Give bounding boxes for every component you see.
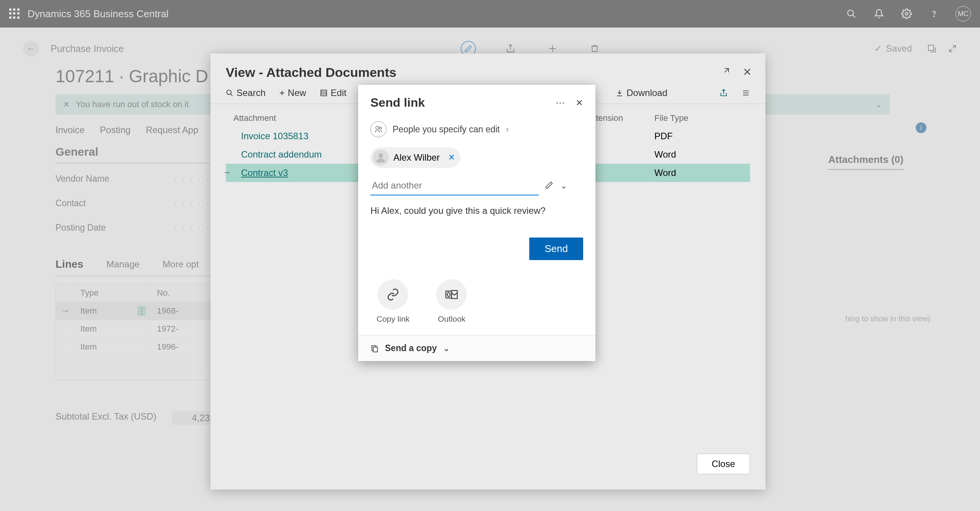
outlook-button[interactable]: Outlook: [436, 279, 467, 324]
link-icon: [378, 279, 408, 310]
edit-list-action[interactable]: Edit: [320, 88, 346, 98]
link-scope-selector[interactable]: People you specify can edit ›: [358, 114, 595, 145]
chevron-down-icon: ⌄: [443, 343, 450, 353]
svg-point-19: [378, 153, 383, 158]
copy-link-button[interactable]: Copy link: [377, 279, 409, 324]
chevron-down-icon[interactable]: ⌄: [560, 181, 567, 191]
more-icon[interactable]: ⋯: [556, 98, 565, 108]
copy-icon: [370, 344, 379, 353]
expand-icon[interactable]: [722, 66, 731, 78]
person-avatar-icon: [373, 150, 389, 166]
col-filetype: File Type: [654, 113, 731, 123]
modal2-title: Send link: [370, 96, 556, 110]
close-button[interactable]: Close: [697, 454, 750, 474]
person-chip[interactable]: Alex Wilber ✕: [370, 147, 460, 168]
share-action-icon[interactable]: [719, 89, 728, 97]
send-copy-button[interactable]: Send a copy ⌄: [358, 335, 595, 361]
message-input[interactable]: Hi Alex, could you give this a quick rev…: [358, 195, 595, 234]
modal1-title: View - Attached Documents: [210, 54, 765, 88]
svg-rect-10: [321, 90, 327, 96]
remove-person-icon[interactable]: ✕: [448, 153, 455, 163]
svg-line-9: [231, 94, 233, 96]
search-action[interactable]: Search: [226, 88, 266, 98]
svg-point-18: [379, 127, 382, 129]
svg-point-8: [227, 90, 232, 95]
svg-rect-23: [373, 347, 377, 352]
svg-point-17: [376, 126, 379, 129]
pencil-icon[interactable]: [545, 181, 553, 191]
person-name: Alex Wilber: [393, 152, 440, 163]
add-recipient-input[interactable]: [370, 176, 539, 195]
people-icon: [370, 121, 386, 137]
close-icon[interactable]: ✕: [576, 98, 583, 108]
svg-point-21: [447, 293, 450, 297]
close-icon[interactable]: ✕: [743, 66, 752, 78]
download-action[interactable]: Download: [616, 88, 667, 98]
outlook-icon: [436, 279, 467, 310]
send-button[interactable]: Send: [529, 238, 583, 260]
chevron-right-icon: ›: [506, 124, 509, 135]
list-view-icon[interactable]: [742, 89, 750, 97]
send-link-modal: Send link ⋯ ✕ People you specify can edi…: [358, 85, 595, 361]
new-action[interactable]: +New: [279, 88, 306, 98]
